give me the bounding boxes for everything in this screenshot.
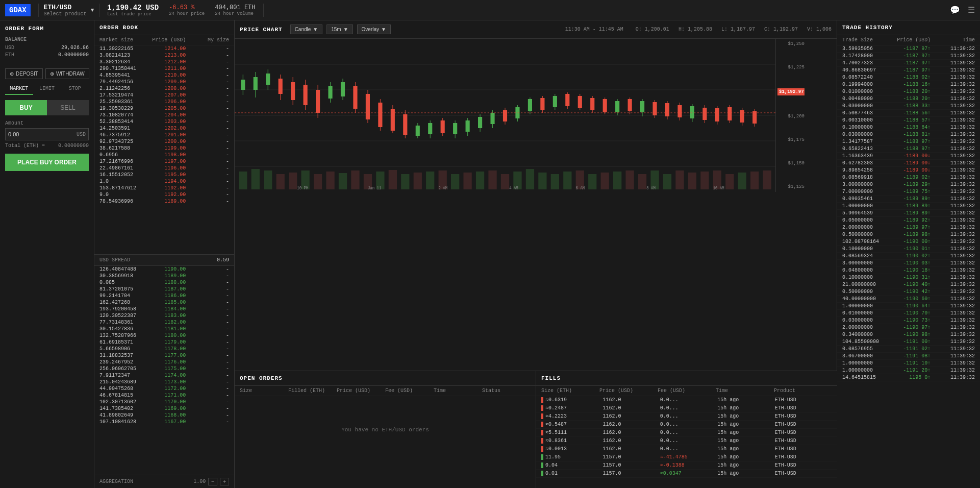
- bid-row[interactable]: 102.30713602 1170.00 -: [94, 399, 234, 405]
- chat-icon[interactable]: 💬: [950, 5, 960, 15]
- interval-dropdown[interactable]: 15m ▼: [326, 25, 353, 34]
- th-price: -1189 92↑: [887, 217, 931, 223]
- th-size: 0.08572240: [842, 75, 887, 80]
- low-value: L: 1,187.97: [721, 27, 755, 32]
- bid-size: 107.10841628: [99, 419, 143, 425]
- tab-stop[interactable]: STOP: [61, 83, 89, 95]
- svg-rect-35: [613, 172, 621, 189]
- th-price: -1189 75↑: [887, 189, 931, 194]
- bid-row[interactable]: 132.75287966 1180.00 -: [94, 332, 234, 339]
- last-trade-label: Last trade price: [107, 12, 159, 17]
- bid-size: 30.38569918: [99, 273, 143, 279]
- svg-rect-79: [428, 123, 432, 134]
- bid-row[interactable]: 5.66598906 1178.00 -: [94, 346, 234, 352]
- fills-col-price: Price (USD): [599, 388, 658, 394]
- sell-button[interactable]: SELL: [47, 100, 89, 115]
- withdraw-button[interactable]: ⊕ WITHDRAW: [45, 68, 89, 79]
- ask-row[interactable]: 3.30212634 1212.00 -: [94, 59, 234, 65]
- overlay-dropdown[interactable]: Overlay ▼: [357, 25, 391, 34]
- th-size: 0.00310000: [842, 117, 887, 123]
- bid-row[interactable]: 81.37201075 1187.00 -: [94, 286, 234, 292]
- ask-row[interactable]: 22.49867161 1196.00 -: [94, 165, 234, 172]
- th-time: 11:39:32: [931, 189, 975, 194]
- ask-row[interactable]: 46.7375912 1201.00 -: [94, 132, 234, 138]
- ask-row[interactable]: 17.53219474 1207.00 -: [94, 92, 234, 99]
- ask-row[interactable]: 290.71358441 1211.00 -: [94, 65, 234, 72]
- bid-row[interactable]: 107.10841628 1167.00 -: [94, 419, 234, 425]
- bid-row[interactable]: 215.04243689 1173.00 -: [94, 379, 234, 385]
- bid-row[interactable]: 7.91172347 1174.00 -: [94, 372, 234, 379]
- bid-row[interactable]: 0.085 1188.00 -: [94, 279, 234, 286]
- th-price: -1188 20↑: [887, 89, 931, 94]
- bid-row[interactable]: 120.30522387 1183.00 -: [94, 312, 234, 319]
- tab-limit[interactable]: LIMIT: [33, 83, 61, 95]
- ask-row[interactable]: 11.30222165 1214.00 -: [94, 45, 234, 52]
- bid-row[interactable]: 162.427268 1185.00 -: [94, 299, 234, 306]
- pair-selector[interactable]: ETH/USD Select product ▼: [38, 4, 100, 17]
- ask-row[interactable]: 92.97343725 1200.00 -: [94, 138, 234, 145]
- th-time: 11:39:32: [931, 260, 975, 266]
- bid-mysize: -: [186, 366, 229, 372]
- ask-row[interactable]: 73.10820774 1204.00 -: [94, 112, 234, 118]
- ask-price: 1210.00: [143, 72, 186, 78]
- bid-row[interactable]: 99.2141704 1186.00 -: [94, 292, 234, 299]
- bid-mysize: -: [186, 393, 229, 398]
- ask-row[interactable]: 19.30530229 1205.00 -: [94, 105, 234, 112]
- deposit-button[interactable]: ⊕ DEPOSIT: [5, 68, 43, 79]
- bid-row[interactable]: 41.89802649 1168.00 -: [94, 412, 234, 419]
- ask-row[interactable]: 2.11242256 1208.00 -: [94, 85, 234, 92]
- ask-row[interactable]: 16.15512052 1195.00 -: [94, 172, 234, 178]
- ask-price: 1202.00: [143, 126, 186, 131]
- ask-row[interactable]: 79.44924156 1209.00 -: [94, 79, 234, 85]
- bid-row[interactable]: 239.2467952 1176.00 -: [94, 359, 234, 365]
- ask-row[interactable]: 14.2503591 1202.00 -: [94, 125, 234, 132]
- place-buy-order-button[interactable]: PLACE BUY ORDER: [5, 154, 89, 171]
- bid-row[interactable]: 77.73148361 1182.00 -: [94, 319, 234, 326]
- ask-mysize: -: [186, 112, 229, 118]
- svg-rect-7: [264, 170, 272, 189]
- tab-market[interactable]: MARKET: [5, 83, 33, 95]
- ask-row[interactable]: 9.0 1192.00 -: [94, 191, 234, 198]
- oo-col-filled: Filled (ETH): [288, 388, 337, 394]
- th-time: 11:39:32: [931, 282, 975, 287]
- bid-row[interactable]: 30.15427836 1181.00 -: [94, 326, 234, 332]
- bid-row[interactable]: 30.38569918 1189.00 -: [94, 273, 234, 279]
- amount-label: Amount: [5, 120, 89, 126]
- ask-row[interactable]: 3.08214123 1213.00 -: [94, 52, 234, 59]
- bid-row[interactable]: 193.79200458 1184.00 -: [94, 306, 234, 312]
- ask-size: 38.6217588: [99, 145, 143, 151]
- ask-row[interactable]: 38.6217588 1199.00 -: [94, 145, 234, 152]
- bid-row[interactable]: 31.18832537 1177.00 -: [94, 352, 234, 359]
- bid-row[interactable]: 141.7385402 1169.00 -: [94, 405, 234, 412]
- ask-row[interactable]: 1.0 1194.00 -: [94, 178, 234, 185]
- ask-row[interactable]: 25.35903361 1206.00 -: [94, 99, 234, 105]
- chart-type-dropdown[interactable]: Candle ▼: [290, 25, 323, 34]
- ask-row[interactable]: 52.38853414 1203.00 -: [94, 118, 234, 125]
- bid-row[interactable]: 126.40847488 1190.00 -: [94, 266, 234, 273]
- open-orders-panel: OPEN ORDERS Size Filled (ETH) Price (USD…: [235, 371, 536, 488]
- bid-row[interactable]: 44.90475268 1172.00 -: [94, 385, 234, 392]
- bid-row[interactable]: 61.69185371 1179.00 -: [94, 339, 234, 346]
- ask-row[interactable]: 17.21676996 1197.00 -: [94, 158, 234, 165]
- fills-row: ≈5.5111 1162.0 0.0... 15h ago ETH-USD: [536, 429, 837, 437]
- bid-mysize: -: [186, 346, 229, 352]
- bid-row[interactable]: 256.06062705 1175.00 -: [94, 365, 234, 372]
- buy-button[interactable]: BUY: [5, 100, 47, 115]
- th-size: 0.10000000: [842, 275, 887, 280]
- menu-icon[interactable]: ☰: [968, 5, 975, 15]
- oo-col-status: Status: [482, 388, 531, 394]
- bid-mysize: -: [186, 339, 229, 345]
- amount-input[interactable]: [8, 131, 70, 137]
- svg-rect-9: [289, 173, 297, 189]
- agg-increase-button[interactable]: +: [220, 478, 229, 485]
- agg-decrease-button[interactable]: −: [208, 478, 217, 485]
- th-time: 11:39:32: [931, 125, 975, 130]
- ask-row[interactable]: 0.6956 1198.00 -: [94, 152, 234, 158]
- eth-currency: ETH: [5, 52, 14, 58]
- ask-mysize: -: [186, 145, 229, 151]
- ask-row[interactable]: 153.87147612 1192.00 -: [94, 185, 234, 191]
- ask-price: 1200.00: [143, 139, 186, 144]
- ask-row[interactable]: 78.54936996 1189.00 -: [94, 198, 234, 205]
- ask-row[interactable]: 4.85395441 1210.00 -: [94, 72, 234, 79]
- bid-row[interactable]: 46.67814815 1171.00 -: [94, 392, 234, 399]
